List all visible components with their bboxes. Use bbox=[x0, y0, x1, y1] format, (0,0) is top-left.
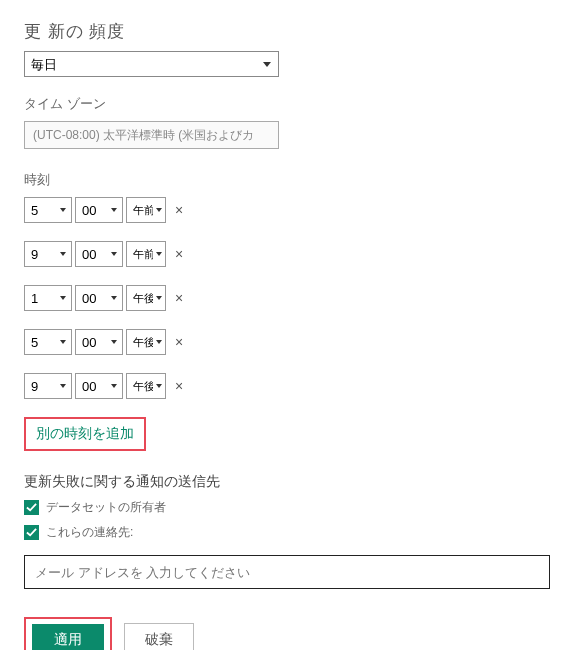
remove-time-icon[interactable]: × bbox=[171, 378, 187, 394]
frequency-title: 更 新の 頻度 bbox=[24, 20, 538, 43]
apply-button[interactable]: 適用 bbox=[32, 624, 104, 650]
minute-select[interactable]: 00 bbox=[75, 285, 123, 311]
owner-checkbox[interactable] bbox=[24, 500, 39, 515]
contacts-checkbox[interactable] bbox=[24, 525, 39, 540]
time-row: 900午前× bbox=[24, 241, 538, 267]
time-row: 100午後× bbox=[24, 285, 538, 311]
hour-select[interactable]: 1 bbox=[24, 285, 72, 311]
timezone-label: タイム ゾーン bbox=[24, 95, 538, 113]
owner-checkbox-label: データセットの所有者 bbox=[46, 499, 166, 516]
minute-select[interactable]: 00 bbox=[75, 329, 123, 355]
contacts-checkbox-label: これらの連絡先: bbox=[46, 524, 133, 541]
hour-select[interactable]: 9 bbox=[24, 373, 72, 399]
ampm-select[interactable]: 午後 bbox=[126, 329, 166, 355]
ampm-select[interactable]: 午後 bbox=[126, 373, 166, 399]
ampm-select[interactable]: 午前 bbox=[126, 241, 166, 267]
time-label: 時刻 bbox=[24, 171, 538, 189]
remove-time-icon[interactable]: × bbox=[171, 290, 187, 306]
minute-select[interactable]: 00 bbox=[75, 373, 123, 399]
minute-select[interactable]: 00 bbox=[75, 197, 123, 223]
time-row: 500午前× bbox=[24, 197, 538, 223]
time-row: 900午後× bbox=[24, 373, 538, 399]
hour-select[interactable]: 9 bbox=[24, 241, 72, 267]
ampm-select[interactable]: 午後 bbox=[126, 285, 166, 311]
notify-title: 更新失敗に関する通知の送信先 bbox=[24, 473, 538, 491]
apply-highlight: 適用 bbox=[24, 617, 112, 650]
time-row: 500午後× bbox=[24, 329, 538, 355]
frequency-select[interactable]: 毎日 bbox=[24, 51, 279, 77]
hour-select[interactable]: 5 bbox=[24, 329, 72, 355]
remove-time-icon[interactable]: × bbox=[171, 246, 187, 262]
minute-select[interactable]: 00 bbox=[75, 241, 123, 267]
timezone-input[interactable] bbox=[24, 121, 279, 149]
add-time-highlight: 別の時刻を追加 bbox=[24, 417, 146, 451]
discard-button[interactable]: 破棄 bbox=[124, 623, 194, 650]
add-time-link[interactable]: 別の時刻を追加 bbox=[36, 425, 134, 441]
email-input[interactable] bbox=[24, 555, 550, 589]
ampm-select[interactable]: 午前 bbox=[126, 197, 166, 223]
hour-select[interactable]: 5 bbox=[24, 197, 72, 223]
remove-time-icon[interactable]: × bbox=[171, 334, 187, 350]
remove-time-icon[interactable]: × bbox=[171, 202, 187, 218]
